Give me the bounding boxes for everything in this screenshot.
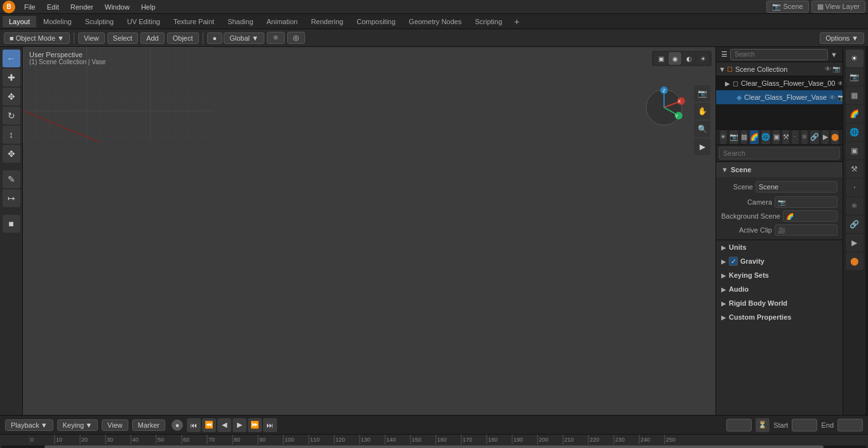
prop-side-phys[interactable]: ⚛ <box>846 197 864 215</box>
tab-animation[interactable]: Animation <box>261 16 304 27</box>
navigation-gizmo[interactable]: X Y Z <box>642 85 686 130</box>
custom-props-section[interactable]: ▶ Custom Properties <box>716 310 843 324</box>
tool-transform[interactable]: ✥ <box>3 145 20 163</box>
viewport[interactable]: User Perspective (1) Scene Collection | … <box>23 47 715 415</box>
scrollbar-thumb[interactable] <box>44 445 824 448</box>
tool-scale[interactable]: ↕ <box>3 126 20 144</box>
outliner-item-0[interactable]: ▶ ◻ Clear_Glass_Flower_Vase_00 👁 ▶ 📷 <box>716 76 843 90</box>
render-btn[interactable]: ☀ <box>696 52 709 65</box>
step-back-btn[interactable]: ⏪ <box>202 418 216 432</box>
prop-side-part[interactable]: ⋅ <box>846 179 864 196</box>
prop-world-icon[interactable]: 🌐 <box>761 130 770 144</box>
material-btn[interactable]: ◐ <box>682 52 695 65</box>
marker-menu[interactable]: Marker <box>132 419 165 431</box>
frame-ruler[interactable]: 0 10 20 30 40 50 60 70 80 90 1 <box>0 434 868 444</box>
prop-side-render[interactable]: ☀ <box>846 50 864 67</box>
prop-side-view[interactable]: ▦ <box>846 86 864 104</box>
fps-btn[interactable]: ⏳ <box>756 418 770 432</box>
tab-rendering[interactable]: Rendering <box>304 16 349 27</box>
timeline-view-menu[interactable]: View <box>102 419 128 431</box>
tab-texture-paint[interactable]: Texture Paint <box>167 16 220 27</box>
item1-vis[interactable]: 👁 <box>829 94 836 101</box>
menu-window[interactable]: Window <box>100 2 135 12</box>
tool-rotate[interactable]: ↻ <box>3 107 20 125</box>
outliner-item-1[interactable]: ◆ Clear_Glass_Flower_Vase 👁 📷 <box>716 90 843 104</box>
tab-layout[interactable]: Layout <box>3 16 36 27</box>
options-btn[interactable]: Options ▼ <box>820 32 864 44</box>
tab-uv-editing[interactable]: UV Editing <box>121 16 166 27</box>
viewport-toggle-btn[interactable]: ▶ <box>694 139 710 155</box>
active-clip-value[interactable]: 🎥 <box>775 224 837 236</box>
viewport-zoom-btn[interactable]: 🔍 <box>694 121 710 137</box>
menu-render[interactable]: Render <box>65 2 98 12</box>
tab-sculpting[interactable]: Sculpting <box>79 16 120 27</box>
select-menu[interactable]: Select <box>107 32 139 44</box>
proportional-btn[interactable]: ◎ <box>287 32 305 44</box>
tab-geometry-nodes[interactable]: Geometry Nodes <box>402 16 468 27</box>
prop-constraints-icon[interactable]: 🔗 <box>810 130 819 144</box>
prop-physics-icon[interactable]: ⚛ <box>801 130 808 144</box>
play-back-btn[interactable]: ◀ <box>217 418 231 432</box>
keying-sets-section[interactable]: ▶ Keying Sets <box>716 268 843 282</box>
transform-pivot[interactable]: ● <box>207 32 223 44</box>
item1-render[interactable]: 📷 <box>837 94 843 101</box>
view-menu[interactable]: View <box>78 32 105 44</box>
step-fwd-btn[interactable]: ⏩ <box>248 418 262 432</box>
units-section[interactable]: ▶ Units <box>716 240 843 254</box>
timeline-record-btn[interactable]: ● <box>172 419 183 431</box>
h-scrollbar[interactable] <box>0 444 868 448</box>
prop-side-object[interactable]: ▣ <box>846 142 864 160</box>
transform-space[interactable]: Global ▼ <box>224 32 264 44</box>
add-workspace-btn[interactable]: + <box>509 15 524 29</box>
scene-name-value[interactable]: Scene <box>756 181 837 193</box>
tab-shading[interactable]: Shading <box>221 16 259 27</box>
end-frame-input[interactable]: 250 <box>837 419 863 431</box>
prop-side-world[interactable]: 🌐 <box>846 123 864 141</box>
camera-value[interactable]: 📷 <box>775 196 837 208</box>
prop-side-mat[interactable]: ⬤ <box>846 252 864 270</box>
outliner-search[interactable] <box>730 49 828 60</box>
viewport-camera-btn[interactable]: 📷 <box>694 85 710 102</box>
start-frame-input[interactable]: 1 <box>792 419 817 431</box>
tool-select[interactable]: ← <box>3 50 20 67</box>
prop-scene-icon[interactable]: 🌈 <box>750 130 759 144</box>
mode-selector[interactable]: ■ Object Mode ▼ <box>4 32 70 44</box>
prop-render-icon[interactable]: ☀ <box>720 130 727 144</box>
tool-add-cube[interactable]: ■ <box>3 215 20 233</box>
prop-particles-icon[interactable]: ⋅ <box>792 130 799 144</box>
solid-btn[interactable]: ◉ <box>668 52 681 65</box>
prop-side-mod[interactable]: ⚒ <box>846 160 864 178</box>
playback-menu[interactable]: Playback ▼ <box>5 419 53 431</box>
tab-compositing[interactable]: Compositing <box>350 16 402 27</box>
tool-annotate[interactable]: ✎ <box>3 170 20 188</box>
snap-btn[interactable]: ⚛ <box>267 32 285 44</box>
view-layer-dropdown[interactable]: ▦ View Layer <box>811 1 865 13</box>
tab-scripting[interactable]: Scripting <box>468 16 508 27</box>
scene-dropdown[interactable]: 📷 Scene <box>766 1 808 13</box>
prop-side-constraints[interactable]: 🔗 <box>846 215 864 233</box>
object-menu[interactable]: Object <box>167 32 199 44</box>
menu-edit[interactable]: Edit <box>42 2 64 12</box>
add-menu[interactable]: Add <box>140 32 165 44</box>
wireframe-btn[interactable]: ▣ <box>654 52 667 65</box>
tool-cursor[interactable]: ✚ <box>3 69 20 86</box>
props-search-input[interactable] <box>719 147 840 160</box>
prop-output-icon[interactable]: 📷 <box>729 130 738 144</box>
menu-help[interactable]: Help <box>136 2 161 12</box>
tool-measure[interactable]: ↦ <box>3 189 20 207</box>
current-frame-input[interactable]: 1 <box>726 419 752 431</box>
viewport-hand-btn[interactable]: ✋ <box>694 103 710 119</box>
collection-expand[interactable]: ▼ <box>719 65 726 73</box>
play-fwd-btn[interactable]: ▶ <box>233 418 247 432</box>
scene-section-header[interactable]: ▼ Scene <box>716 162 843 177</box>
menu-file[interactable]: File <box>19 2 41 12</box>
gravity-checkbox[interactable]: ✓ <box>729 257 738 266</box>
item0-vis[interactable]: 👁 <box>837 80 843 87</box>
outliner-filter-icon[interactable]: ▼ <box>831 51 837 58</box>
jump-end-btn[interactable]: ⏭ <box>263 418 277 432</box>
gravity-section[interactable]: ▶ ✓ Gravity <box>716 254 843 268</box>
prop-object-icon[interactable]: ▣ <box>773 130 780 144</box>
tab-modeling[interactable]: Modeling <box>37 16 78 27</box>
prop-data-icon[interactable]: ▶ <box>822 130 829 144</box>
collection-vis-icon[interactable]: 👁 <box>825 65 831 72</box>
